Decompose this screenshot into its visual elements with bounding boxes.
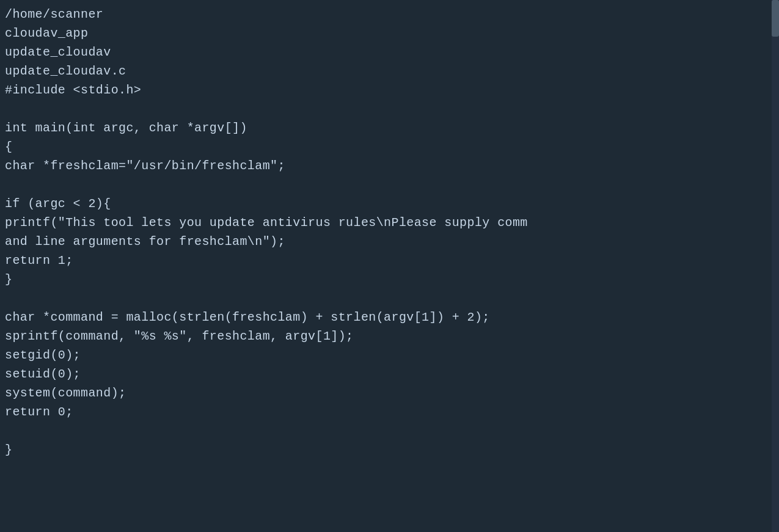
code-line: update_cloudav	[5, 43, 779, 62]
code-lines: /home/scannercloudav_appupdate_cloudavup…	[5, 5, 779, 478]
code-line	[5, 459, 779, 478]
code-line: if (argc < 2){	[5, 194, 779, 213]
code-line	[5, 175, 779, 194]
scrollbar[interactable]	[772, 0, 779, 532]
code-line: }	[5, 440, 779, 459]
code-line: setgid(0);	[5, 346, 779, 365]
code-viewer: /home/scannercloudav_appupdate_cloudavup…	[0, 0, 779, 532]
code-line: printf("This tool lets you update antivi…	[5, 213, 779, 232]
code-line	[5, 421, 779, 440]
code-line: return 0;	[5, 403, 779, 421]
code-line: setuid(0);	[5, 365, 779, 384]
code-line: }	[5, 270, 779, 289]
code-line: int main(int argc, char *argv[])	[5, 118, 779, 137]
code-line: update_cloudav.c	[5, 62, 779, 81]
code-line: char *command = malloc(strlen(freshclam)…	[5, 308, 779, 327]
code-line: /home/scanner	[5, 5, 779, 24]
code-line: char *freshclam="/usr/bin/freshclam";	[5, 156, 779, 175]
code-line: and line arguments for freshclam\n");	[5, 232, 779, 251]
code-line: #include <stdio.h>	[5, 81, 779, 100]
code-line: {	[5, 137, 779, 156]
code-line: sprintf(command, "%s %s", freshclam, arg…	[5, 327, 779, 346]
code-line: return 1;	[5, 251, 779, 270]
code-line: system(command);	[5, 384, 779, 403]
code-line	[5, 289, 779, 308]
code-line	[5, 100, 779, 118]
code-line: cloudav_app	[5, 24, 779, 43]
scrollbar-thumb[interactable]	[772, 0, 779, 37]
